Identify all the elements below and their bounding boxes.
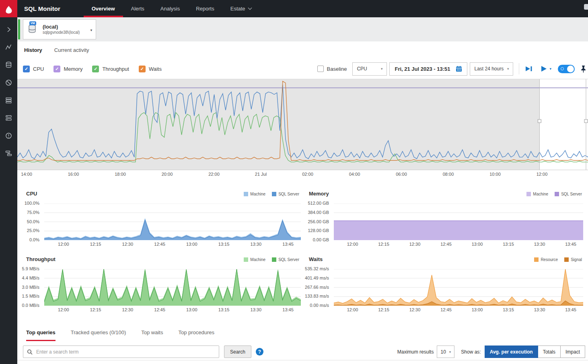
baseline-label: Baseline xyxy=(327,66,347,72)
metric-checkbox-throughput[interactable]: Throughput xyxy=(92,66,129,72)
tab-tracked-queries[interactable]: Tracked queries (0/100) xyxy=(71,325,126,341)
skip-to-end-button[interactable] xyxy=(525,66,533,72)
play-button[interactable]: ▾ xyxy=(540,65,551,72)
mode-impact[interactable]: Impact xyxy=(560,345,585,358)
nav-item-reports[interactable]: Reports xyxy=(188,0,222,17)
metric-checkbox-cpu[interactable]: CPU xyxy=(23,66,44,72)
datetime-picker[interactable]: Fri, 21 Jul 2023 - 13:51 xyxy=(389,62,467,76)
mode-totals[interactable]: Totals xyxy=(538,345,561,358)
legend-item: Signal xyxy=(564,257,582,262)
nav-item-overview[interactable]: Overview xyxy=(84,0,123,17)
estate-servers-icon[interactable] xyxy=(0,109,17,127)
help-icon[interactable]: ? xyxy=(256,348,263,356)
x-tick-label: 12:00 xyxy=(58,242,69,247)
y-tick-label: 50.0% xyxy=(27,219,39,224)
y-tick-label: 0.00 ms/s xyxy=(310,303,329,308)
timeline-x-tick: 06:00 xyxy=(396,172,407,177)
metric-label: Waits xyxy=(149,66,162,72)
blocked-processes-icon[interactable] xyxy=(0,74,17,91)
baseline-checkbox[interactable]: Baseline xyxy=(317,66,347,72)
timeline-x-tick: 20:00 xyxy=(162,172,173,177)
tab-current-activity[interactable]: Current activity xyxy=(54,47,89,53)
y-tick-label: 1.5 MB/s xyxy=(22,294,39,298)
x-tick-label: 13:00 xyxy=(186,307,197,312)
search-box[interactable] xyxy=(23,345,219,358)
chart-plot xyxy=(44,269,301,306)
maximum-results-select[interactable]: 10▾ xyxy=(437,345,454,358)
timeline-x-tick: 21 Jul xyxy=(255,172,267,177)
search-input[interactable] xyxy=(35,349,215,355)
analysis-graph-icon[interactable] xyxy=(0,38,17,56)
database-icon: VM xyxy=(27,23,39,36)
legend-label: Machine xyxy=(250,192,265,196)
baseline-metric-select[interactable]: CPU▾ xyxy=(352,62,387,76)
server-selector[interactable]: VM (local) sqlpgvnode38\(local) ▼ xyxy=(23,19,96,39)
skip-to-end-icon xyxy=(525,66,533,72)
alerts-warning-icon[interactable] xyxy=(0,127,17,144)
redgate-logo[interactable] xyxy=(0,0,17,17)
throughput-chart: Throughput Machine SQL Server 5.9 MB/s4.… xyxy=(23,255,302,317)
queries-tabs: Top queries Tracked queries (0/100) Top … xyxy=(17,325,588,341)
server-name-block: (local) sqlpgvnode38\(local) xyxy=(43,24,80,35)
databases-icon[interactable] xyxy=(0,56,17,74)
tab-history[interactable]: History xyxy=(24,47,42,53)
nav-item-estate[interactable]: Estate xyxy=(222,0,259,17)
timeline-x-tick: 16:00 xyxy=(68,172,79,177)
x-tick-label: 12:30 xyxy=(409,242,421,247)
legend-item: Machine xyxy=(244,192,265,196)
legend-swatch xyxy=(244,257,248,262)
sql-monitor-app: SQL Monitor Overview Alerts Analysis Rep… xyxy=(0,0,588,364)
checkbox-checked-icon[interactable] xyxy=(53,66,60,72)
legend-item: Resource xyxy=(534,257,558,262)
mode-avg-per-execution[interactable]: Avg. per execution xyxy=(485,345,538,358)
x-tick-label: 13:45 xyxy=(282,307,294,312)
search-button[interactable]: Search xyxy=(224,345,251,358)
y-tick-label: 0.0 MB/s xyxy=(22,303,39,308)
x-tick-label: 13:00 xyxy=(472,242,483,247)
play-icon xyxy=(540,65,547,72)
nav-overflow-icon[interactable] xyxy=(584,4,588,10)
chevron-down-icon: ▾ xyxy=(507,67,509,71)
chart-legend: Resource Signal xyxy=(534,257,582,262)
timeline-chart[interactable] xyxy=(17,79,588,170)
show-as-label: Show as: xyxy=(461,349,481,355)
managed-servers-icon[interactable] xyxy=(0,91,17,109)
checkbox-checked-icon[interactable] xyxy=(23,66,30,72)
server-title: (local) xyxy=(43,24,80,30)
pin-icon xyxy=(580,65,586,73)
checkbox-checked-icon[interactable] xyxy=(92,66,99,72)
metric-checkbox-waits[interactable]: Waits xyxy=(139,66,162,72)
nav-item-analysis[interactable]: Analysis xyxy=(152,0,188,17)
nav-item-alerts[interactable]: Alerts xyxy=(123,0,152,17)
main-nav: Overview Alerts Analysis Reports Estate xyxy=(84,0,259,17)
legend-item: Machine xyxy=(526,192,548,196)
tab-top-procedures[interactable]: Top procedures xyxy=(178,325,214,341)
expand-sidebar-icon[interactable] xyxy=(0,21,17,38)
clusters-icon[interactable] xyxy=(0,144,17,162)
time-range-select[interactable]: Last 24 hours▾ xyxy=(470,62,513,76)
checkbox-checked-icon[interactable] xyxy=(139,66,146,72)
x-tick-label: 12:15 xyxy=(378,307,389,312)
live-refresh-toggle[interactable] xyxy=(558,65,575,73)
legend-swatch xyxy=(564,257,569,262)
top-navigation: SQL Monitor Overview Alerts Analysis Rep… xyxy=(0,0,588,17)
filter-bar: CPU Memory Throughput Waits Baseline CPU… xyxy=(17,59,588,79)
y-tick-label: 0.00 GB xyxy=(313,237,329,242)
pin-button[interactable] xyxy=(580,65,586,73)
y-tick-label: 512.00 GB xyxy=(308,201,329,206)
timeline-x-axis: 14:0016:0018:0020:0022:0021 Jul02:0004:0… xyxy=(17,172,588,179)
tab-top-queries[interactable]: Top queries xyxy=(26,325,56,341)
play-options-caret[interactable]: ▾ xyxy=(549,67,551,71)
cpu-chart: CPU Machine SQL Server 100.0%75.0%50.0%2… xyxy=(23,190,302,251)
metric-checkbox-memory[interactable]: Memory xyxy=(53,66,82,72)
x-axis-labels: 12:0012:1512:3012:4513:0013:1513:3013:45 xyxy=(334,242,583,247)
timeline-plot[interactable] xyxy=(17,79,588,170)
checkbox-unchecked-icon[interactable] xyxy=(317,66,324,72)
x-tick-label: 12:15 xyxy=(378,242,389,247)
toggle-knob[interactable] xyxy=(567,66,574,72)
y-tick-label: 4.4 MB/s xyxy=(22,276,39,280)
y-tick-label: 0.0% xyxy=(29,237,39,242)
tab-top-waits[interactable]: Top waits xyxy=(141,325,163,341)
metric-label: Memory xyxy=(64,66,82,72)
timeline-x-tick: 18:00 xyxy=(115,172,126,177)
